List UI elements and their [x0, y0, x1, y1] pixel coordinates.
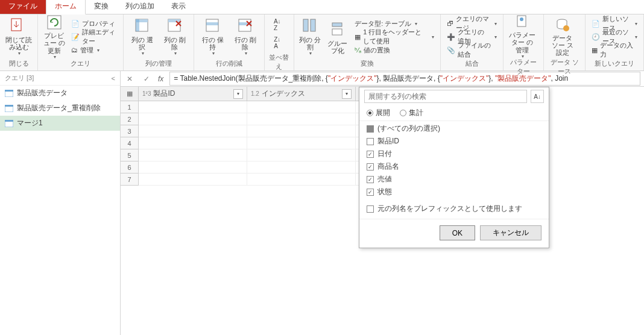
row-number[interactable]: 4	[121, 137, 139, 149]
query-item-2[interactable]: マージ1	[0, 116, 120, 131]
svg-rect-11	[303, 19, 308, 31]
cell[interactable]	[139, 137, 247, 149]
cell[interactable]	[139, 174, 247, 186]
datasource-settings-button[interactable]: データ ソー ス設定	[548, 16, 578, 57]
firstrow-header-button[interactable]: ▦1 行目をヘッダーとして使用	[352, 30, 437, 43]
editor-icon: 📝	[71, 33, 80, 41]
filter-button[interactable]: ▾	[233, 89, 243, 99]
svg-rect-14	[332, 29, 342, 35]
header-icon: ▦	[355, 33, 361, 41]
svg-point-16	[520, 17, 523, 21]
choose-columns-label: 列の 選択	[128, 36, 156, 51]
cell[interactable]	[139, 101, 247, 113]
column-checkbox-3[interactable]: ✓売値	[359, 173, 549, 186]
cell[interactable]	[247, 125, 356, 137]
replace-icon: ᵇ⁄ₐ	[355, 46, 361, 54]
expand-column-popup: A↓ 展開 集計 (すべての列の選択) 製品ID✓日付✓商品名✓売値✓状態インデ…	[359, 87, 549, 248]
replace-values-button[interactable]: ᵇ⁄ₐ値の置換	[352, 43, 437, 57]
cell[interactable]	[247, 174, 356, 186]
table-icon	[5, 120, 13, 127]
tab-home[interactable]: ホーム	[46, 0, 86, 14]
datasource-icon	[553, 16, 572, 33]
groupby-button[interactable]: グルー プ化	[325, 16, 350, 57]
split-label: 列の 分割	[299, 36, 321, 51]
tab-view[interactable]: 表示	[163, 0, 194, 14]
cell[interactable]	[247, 101, 356, 113]
column-header-1[interactable]: 1.2インデックス▾	[247, 87, 356, 101]
select-all-checkbox[interactable]: (すべての列の選択)	[359, 122, 549, 135]
row-number[interactable]: 6	[121, 161, 139, 174]
tab-transform[interactable]: 変換	[86, 0, 117, 14]
query-item-1[interactable]: 製品販売データ_重複削除	[0, 101, 120, 116]
cell[interactable]	[139, 125, 247, 137]
group-label-rows: 行の削減	[198, 58, 260, 69]
rownum-header[interactable]: ▦	[121, 87, 139, 101]
aggregate-mode-radio[interactable]: 集計	[400, 108, 423, 118]
collapse-panel-button[interactable]: <	[112, 75, 115, 82]
column-header-0[interactable]: 1²3製品ID▾	[139, 87, 247, 101]
row-number[interactable]: 5	[121, 149, 139, 161]
cell[interactable]	[247, 149, 356, 161]
tab-file[interactable]: ファイル	[0, 0, 46, 14]
row-number[interactable]: 7	[121, 174, 139, 186]
tab-addcolumn[interactable]: 列の追加	[117, 0, 163, 14]
group-label-newquery: 新しいクエリ	[589, 58, 640, 69]
remove-rows-button[interactable]: 行の 削除	[230, 16, 260, 57]
choose-columns-button[interactable]: 列の 選択	[127, 16, 157, 57]
expand-search-input[interactable]	[364, 90, 527, 103]
manage-icon: 🗂	[71, 46, 78, 54]
formula-cancel-button[interactable]: ✕	[124, 75, 135, 83]
svg-rect-8	[206, 22, 218, 25]
column-checkbox-0[interactable]: 製品ID	[359, 135, 549, 148]
keep-rows-button[interactable]: 行の 保持	[198, 16, 228, 57]
column-checkbox-1[interactable]: ✓日付	[359, 148, 549, 160]
combine-files-button[interactable]: 📎ファイルの結合	[444, 43, 499, 57]
refresh-preview-button[interactable]: プレビュー の更新	[42, 16, 66, 57]
manage-parameters-button[interactable]: パラメーター の管理	[507, 16, 537, 57]
sort-asc-button[interactable]: A↓Z	[268, 16, 286, 34]
split-column-button[interactable]: 列の 分割	[298, 16, 323, 57]
column-checkbox-4[interactable]: ✓状態	[359, 186, 549, 198]
filter-button[interactable]: ▾	[342, 89, 352, 99]
remove-columns-icon	[165, 17, 185, 35]
sort-desc-icon: Z↓A	[274, 36, 280, 49]
remove-rows-icon	[236, 17, 255, 35]
properties-icon: 📄	[71, 20, 80, 28]
remove-columns-button[interactable]: 列の 削除	[160, 16, 190, 57]
cell[interactable]	[139, 113, 247, 125]
formula-accept-button[interactable]: ✓	[141, 75, 152, 83]
parameters-label: パラメーター の管理	[508, 31, 536, 53]
cell[interactable]	[139, 149, 247, 161]
groupby-label: グルー プ化	[326, 40, 349, 54]
close-load-button[interactable]: 閉じて読 み込む	[4, 16, 34, 57]
column-checkbox-2[interactable]: ✓商品名	[359, 160, 549, 173]
expand-sort-button[interactable]: A↓	[531, 90, 544, 103]
remove-rows-label: 行の 削除	[232, 36, 259, 51]
row-number[interactable]: 2	[121, 113, 139, 125]
expand-mode-radio[interactable]: 展開	[367, 108, 390, 118]
prefix-checkbox[interactable]: 元の列名をプレフィックスとして使用します	[367, 204, 522, 214]
fx-button[interactable]: fx	[158, 75, 163, 83]
keep-rows-icon	[203, 17, 223, 35]
query-item-0[interactable]: 製品販売データ	[0, 86, 120, 101]
cell[interactable]	[139, 161, 247, 174]
manage-button[interactable]: 🗂管理	[69, 43, 119, 57]
refresh-icon	[45, 14, 64, 31]
cell[interactable]	[247, 161, 356, 174]
append-icon: ➕	[447, 33, 455, 41]
sort-desc-button[interactable]: Z↓A	[268, 34, 286, 52]
cell[interactable]	[247, 113, 356, 125]
row-number[interactable]: 3	[121, 125, 139, 137]
cancel-button[interactable]: キャンセル	[480, 225, 541, 240]
table-icon	[5, 105, 13, 112]
svg-rect-24	[5, 120, 13, 122]
new-source-icon: 📄	[592, 20, 600, 28]
cell[interactable]	[247, 137, 356, 149]
merge-icon: 🗗	[447, 20, 453, 27]
ok-button[interactable]: OK	[440, 225, 475, 240]
remove-columns-label: 列の 削除	[161, 36, 189, 51]
row-number[interactable]: 1	[121, 101, 139, 113]
advanced-editor-button[interactable]: 📝詳細エディター	[69, 30, 119, 43]
enter-data-button[interactable]: ▦データの入力	[589, 43, 640, 57]
formula-input[interactable]: = Table.NestedJoin(製品販売データ_重複削除, {"インデック…	[169, 72, 640, 86]
